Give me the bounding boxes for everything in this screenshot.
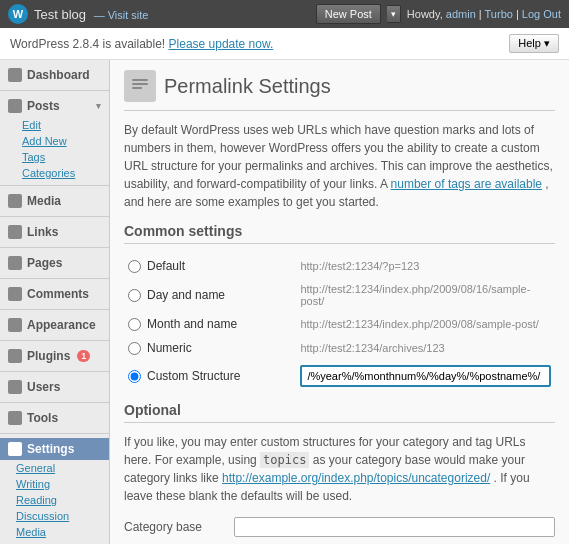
numeric-example: http://test2:1234/archives/123 — [296, 336, 555, 360]
main-content: Permalink Settings By default WordPress … — [110, 60, 569, 544]
optional-section: Optional If you like, you may enter cust… — [124, 402, 555, 544]
turbo-link[interactable]: Turbo — [485, 8, 513, 20]
day-name-example: http://test2:1234/index.php/2009/08/16/s… — [296, 278, 555, 312]
page-title-area: Permalink Settings — [124, 70, 555, 111]
custom-structure-input[interactable] — [300, 365, 551, 387]
sidebar-divider-6 — [0, 309, 109, 310]
sidebar-sub-tags[interactable]: Tags — [0, 149, 109, 165]
settings-sub-general[interactable]: General — [0, 460, 109, 476]
sidebar-divider-4 — [0, 247, 109, 248]
page-icon — [124, 70, 156, 102]
table-row: Day and name http://test2:1234/index.php… — [124, 278, 555, 312]
settings-sub-reading[interactable]: Reading — [0, 492, 109, 508]
numeric-radio[interactable] — [128, 342, 141, 355]
appearance-icon — [8, 318, 22, 332]
tools-icon — [8, 411, 22, 425]
plugins-badge: 1 — [77, 350, 90, 362]
category-base-row: Category base — [124, 517, 555, 537]
numeric-option-label[interactable]: Numeric — [128, 341, 292, 355]
svg-rect-2 — [132, 87, 142, 89]
sidebar-divider-2 — [0, 185, 109, 186]
settings-icon — [8, 442, 22, 456]
sidebar-sub-addnew[interactable]: Add New — [0, 133, 109, 149]
table-row: Month and name http://test2:1234/index.p… — [124, 312, 555, 336]
settings-sub-discussion[interactable]: Discussion — [0, 508, 109, 524]
sidebar-divider-5 — [0, 278, 109, 279]
sidebar-divider-9 — [0, 402, 109, 403]
common-settings-title: Common settings — [124, 223, 555, 244]
day-name-radio[interactable] — [128, 289, 141, 302]
sidebar-divider-7 — [0, 340, 109, 341]
wordpress-logo: W — [8, 4, 28, 24]
links-icon — [8, 225, 22, 239]
sidebar: Dashboard Posts ▾ Edit Add New Tags Cate… — [0, 60, 110, 544]
posts-icon — [8, 99, 22, 113]
sidebar-sub-categories[interactable]: Categories — [0, 165, 109, 181]
help-button[interactable]: Help ▾ — [509, 34, 559, 53]
svg-rect-0 — [132, 79, 148, 81]
topics-code: topics — [260, 452, 309, 468]
header: W Test blog — Visit site New Post ▾ Howd… — [0, 0, 569, 28]
visit-site-link[interactable]: — Visit site — [94, 9, 149, 21]
sidebar-item-tools[interactable]: Tools — [0, 407, 109, 429]
update-text: WordPress 2.8.4 is available! Please upd… — [10, 37, 273, 51]
sidebar-item-links[interactable]: Links — [0, 221, 109, 243]
update-link[interactable]: Please update now. — [169, 37, 274, 51]
new-post-button[interactable]: New Post — [316, 4, 381, 24]
default-radio[interactable] — [128, 260, 141, 273]
sidebar-divider-3 — [0, 216, 109, 217]
sidebar-section-dashboard: Dashboard — [0, 64, 109, 86]
pages-icon — [8, 256, 22, 270]
sidebar-item-plugins[interactable]: Plugins 1 — [0, 345, 109, 367]
sidebar-item-users[interactable]: Users — [0, 376, 109, 398]
table-row: Default http://test2:1234/?p=123 — [124, 254, 555, 278]
page-title: Permalink Settings — [164, 75, 331, 98]
new-post-dropdown[interactable]: ▾ — [387, 5, 401, 23]
admin-link[interactable]: admin — [446, 8, 476, 20]
sidebar-item-settings[interactable]: Settings — [0, 438, 109, 460]
settings-page-icon — [130, 76, 150, 96]
sidebar-divider-8 — [0, 371, 109, 372]
optional-description: If you like, you may enter custom struct… — [124, 433, 555, 505]
day-name-option-label[interactable]: Day and name — [128, 288, 292, 302]
blog-title: Test blog — Visit site — [34, 7, 148, 22]
sidebar-section-posts: Posts ▾ Edit Add New Tags Categories — [0, 95, 109, 181]
settings-sub-privacy[interactable]: Privacy — [0, 540, 109, 544]
sidebar-divider-1 — [0, 90, 109, 91]
media-icon — [8, 194, 22, 208]
sidebar-item-posts[interactable]: Posts ▾ — [0, 95, 109, 117]
category-base-label: Category base — [124, 520, 224, 534]
dashboard-icon — [8, 68, 22, 82]
category-base-input[interactable] — [234, 517, 555, 537]
sidebar-sub-edit[interactable]: Edit — [0, 117, 109, 133]
month-name-example: http://test2:1234/index.php/2009/08/samp… — [296, 312, 555, 336]
default-option-label[interactable]: Default — [128, 259, 292, 273]
plugins-icon — [8, 349, 22, 363]
table-row: Numeric http://test2:1234/archives/123 — [124, 336, 555, 360]
users-icon — [8, 380, 22, 394]
header-left: W Test blog — Visit site — [8, 4, 148, 24]
page-description: By default WordPress uses web URLs which… — [124, 121, 555, 211]
month-name-option-label[interactable]: Month and name — [128, 317, 292, 331]
posts-arrow: ▾ — [96, 101, 101, 111]
custom-option-label[interactable]: Custom Structure — [128, 369, 292, 383]
sidebar-item-dashboard[interactable]: Dashboard — [0, 64, 109, 86]
month-name-radio[interactable] — [128, 318, 141, 331]
comments-icon — [8, 287, 22, 301]
main-layout: Dashboard Posts ▾ Edit Add New Tags Cate… — [0, 60, 569, 544]
sidebar-item-comments[interactable]: Comments — [0, 283, 109, 305]
logout-link[interactable]: Log Out — [522, 8, 561, 20]
sidebar-item-pages[interactable]: Pages — [0, 252, 109, 274]
default-example: http://test2:1234/?p=123 — [296, 254, 555, 278]
sidebar-item-appearance[interactable]: Appearance — [0, 314, 109, 336]
tags-link[interactable]: number of tags are available — [391, 177, 542, 191]
example-link[interactable]: http://example.org/index.php/topics/unca… — [222, 471, 490, 485]
header-user-info: Howdy, admin | Turbo | Log Out — [407, 8, 561, 20]
sidebar-divider-10 — [0, 433, 109, 434]
optional-title: Optional — [124, 402, 555, 423]
settings-sub-media[interactable]: Media — [0, 524, 109, 540]
sidebar-item-media[interactable]: Media — [0, 190, 109, 212]
settings-sub-writing[interactable]: Writing — [0, 476, 109, 492]
custom-radio[interactable] — [128, 370, 141, 383]
header-right: New Post ▾ Howdy, admin | Turbo | Log Ou… — [316, 4, 561, 24]
